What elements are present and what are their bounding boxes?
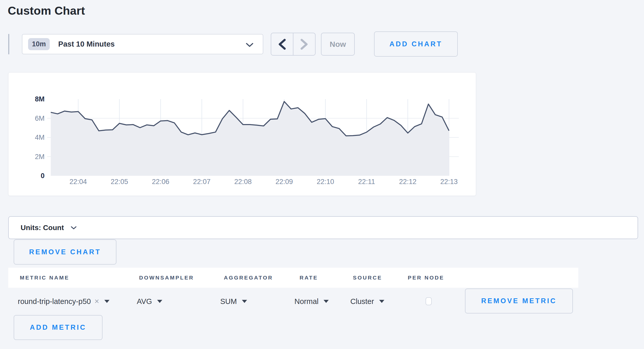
y-tick-label: 4M	[14, 133, 45, 142]
y-tick-label: 0	[14, 172, 45, 180]
add-chart-button[interactable]: ADD CHART	[374, 31, 458, 57]
x-tick-label: 22:12	[392, 178, 423, 186]
rate-value: Normal	[294, 297, 318, 306]
rate-dropdown[interactable]: Normal	[294, 293, 329, 310]
x-tick-label: 22:10	[310, 178, 341, 186]
x-tick-label: 22:07	[186, 178, 217, 186]
per-node-checkbox[interactable]	[426, 297, 432, 305]
toolbar-accent-bar	[8, 34, 9, 54]
source-value: Cluster	[350, 297, 374, 306]
chevron-down-icon	[71, 226, 77, 230]
column-header-aggregator: AGGREGATOR	[224, 273, 273, 282]
metrics-table-header	[8, 268, 578, 288]
downsampler-value: AVG	[137, 297, 152, 306]
y-tick-label: 6M	[14, 114, 45, 123]
chevron-down-icon	[246, 43, 253, 47]
x-tick-label: 22:05	[104, 178, 135, 186]
column-header-metric-name: METRIC NAME	[20, 273, 69, 282]
column-header-downsampler: DOWNSAMPLER	[139, 273, 194, 282]
time-window-dropdown[interactable]: 10m Past 10 Minutes	[22, 34, 263, 54]
source-dropdown[interactable]: Cluster	[350, 293, 384, 310]
chart-card: 8M6M4M2M0 22:0422:0522:0622:0722:0822:09…	[8, 72, 476, 196]
caret-down-icon	[379, 300, 384, 303]
chevron-right-icon	[300, 38, 309, 50]
x-tick-label: 22:13	[434, 178, 464, 186]
column-header-per-node: PER NODE	[408, 273, 444, 282]
aggregator-value: SUM	[220, 297, 237, 306]
x-tick-label: 22:11	[351, 178, 382, 186]
time-window-badge: 10m	[28, 38, 50, 50]
x-tick-label: 22:06	[145, 178, 176, 186]
time-stepper-group	[271, 33, 316, 56]
previous-time-button[interactable]	[271, 33, 293, 55]
now-button[interactable]: Now	[321, 33, 355, 56]
x-tick-label: 22:08	[227, 178, 258, 186]
downsampler-dropdown[interactable]: AVG	[137, 293, 162, 310]
units-dropdown[interactable]: Units: Count	[21, 224, 77, 232]
close-icon[interactable]: ×	[95, 297, 99, 306]
column-header-source: SOURCE	[353, 273, 382, 282]
time-window-label: Past 10 Minutes	[58, 40, 115, 48]
caret-down-icon	[324, 300, 329, 303]
caret-down-icon	[157, 300, 162, 303]
chevron-left-icon	[278, 38, 286, 50]
y-tick-label: 2M	[14, 153, 45, 161]
units-dropdown-label: Units: Count	[21, 224, 64, 232]
metric-name-dropdown[interactable]: round-trip-latency-p50 ×	[18, 293, 109, 310]
x-tick-label: 22:09	[269, 178, 300, 186]
caret-down-icon	[104, 300, 109, 303]
remove-metric-button[interactable]: REMOVE METRIC	[465, 289, 573, 313]
chart-area	[51, 101, 449, 176]
y-tick-label: 8M	[14, 95, 45, 103]
custom-chart-page: Custom Chart 10m Past 10 Minutes Now ADD…	[0, 0, 644, 349]
remove-chart-button[interactable]: REMOVE CHART	[14, 239, 116, 265]
page-title: Custom Chart	[8, 4, 85, 18]
next-time-button[interactable]	[293, 33, 315, 55]
aggregator-dropdown[interactable]: SUM	[220, 293, 247, 310]
units-bar: Units: Count	[8, 216, 638, 239]
column-header-rate: RATE	[300, 273, 318, 282]
caret-down-icon	[242, 300, 247, 303]
add-metric-button[interactable]: ADD METRIC	[14, 315, 103, 340]
metric-name-value: round-trip-latency-p50	[18, 297, 91, 306]
x-tick-label: 22:04	[63, 178, 94, 186]
